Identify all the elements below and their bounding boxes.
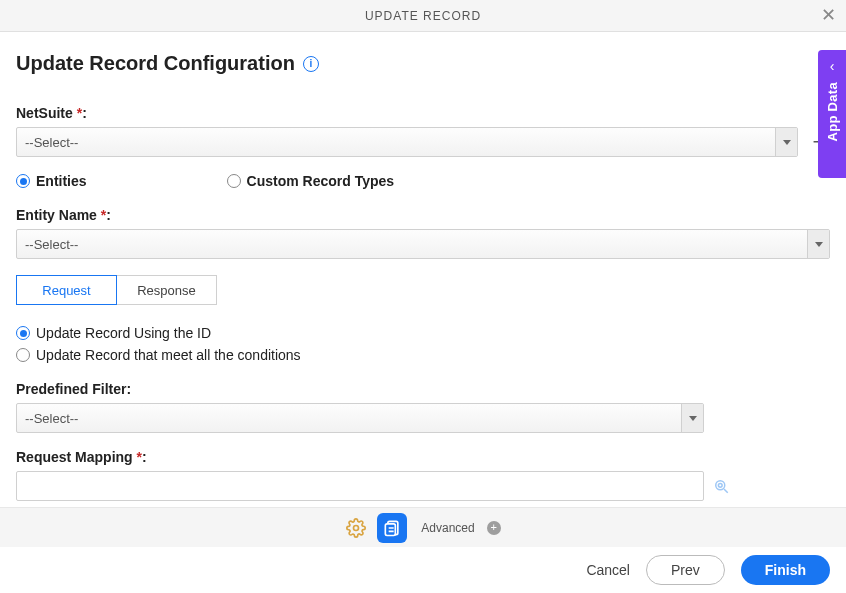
- radio-update-by-id[interactable]: Update Record Using the ID: [16, 325, 830, 341]
- chevron-down-icon: [807, 230, 829, 258]
- finish-button[interactable]: Finish: [741, 555, 830, 585]
- entity-name-row: --Select--: [16, 229, 830, 259]
- page-title-row: Update Record Configuration i: [16, 52, 830, 75]
- cancel-button[interactable]: Cancel: [586, 562, 630, 578]
- page-title: Update Record Configuration: [16, 52, 295, 75]
- update-mode-radios: Update Record Using the ID Update Record…: [16, 325, 830, 363]
- preview-icon[interactable]: [712, 477, 730, 495]
- footer-toolbar: Advanced +: [0, 507, 846, 547]
- radio-icon: [16, 174, 30, 188]
- radio-icon: [16, 348, 30, 362]
- chevron-down-icon: [775, 128, 797, 156]
- tab-response[interactable]: Response: [116, 275, 217, 305]
- info-icon[interactable]: i: [303, 56, 319, 72]
- radio-update-by-conditions[interactable]: Update Record that meet all the conditio…: [16, 347, 830, 363]
- netsuite-select[interactable]: --Select--: [16, 127, 798, 157]
- predefined-filter-value: --Select--: [17, 411, 681, 426]
- chevron-left-icon: ‹: [830, 58, 835, 74]
- svg-point-0: [716, 481, 725, 490]
- entity-name-select[interactable]: --Select--: [16, 229, 830, 259]
- dialog-footer: Advanced + Cancel Prev Finish: [0, 507, 846, 593]
- radio-custom-types[interactable]: Custom Record Types: [227, 173, 395, 189]
- entity-name-select-value: --Select--: [17, 237, 807, 252]
- predefined-filter-row: --Select--: [16, 403, 830, 433]
- svg-point-2: [718, 483, 722, 487]
- prev-button[interactable]: Prev: [646, 555, 725, 585]
- advanced-label: Advanced: [421, 521, 474, 535]
- netsuite-row: --Select-- +: [16, 127, 830, 157]
- app-data-panel-toggle[interactable]: ‹ App Data: [818, 50, 846, 178]
- dialog-title: UPDATE RECORD: [365, 9, 481, 23]
- radio-icon: [16, 326, 30, 340]
- svg-line-1: [724, 489, 728, 493]
- dialog-content: Update Record Configuration i NetSuite *…: [0, 32, 846, 501]
- add-advanced-icon[interactable]: +: [487, 521, 501, 535]
- app-data-label: App Data: [825, 82, 840, 141]
- chevron-down-icon: [681, 404, 703, 432]
- footer-buttons: Cancel Prev Finish: [0, 547, 846, 593]
- request-mapping-input[interactable]: [16, 471, 704, 501]
- clipboard-icon[interactable]: [377, 513, 407, 543]
- netsuite-select-value: --Select--: [17, 135, 775, 150]
- svg-rect-5: [386, 523, 396, 535]
- entity-name-label: Entity Name *:: [16, 207, 830, 223]
- record-type-radios: Entities Custom Record Types: [16, 173, 830, 189]
- gear-icon[interactable]: [345, 517, 367, 539]
- svg-point-3: [354, 525, 359, 530]
- radio-custom-label: Custom Record Types: [247, 173, 395, 189]
- radio-update-by-conditions-label: Update Record that meet all the conditio…: [36, 347, 301, 363]
- tab-request[interactable]: Request: [16, 275, 117, 305]
- req-resp-tabs: Request Response: [16, 275, 830, 305]
- predefined-filter-label: Predefined Filter:: [16, 381, 830, 397]
- request-mapping-row: [16, 471, 830, 501]
- radio-entities[interactable]: Entities: [16, 173, 87, 189]
- predefined-filter-select[interactable]: --Select--: [16, 403, 704, 433]
- netsuite-label: NetSuite *:: [16, 105, 830, 121]
- request-mapping-label: Request Mapping *:: [16, 449, 830, 465]
- close-icon[interactable]: ✕: [821, 6, 836, 24]
- dialog-header: UPDATE RECORD ✕: [0, 0, 846, 32]
- radio-entities-label: Entities: [36, 173, 87, 189]
- radio-icon: [227, 174, 241, 188]
- radio-update-by-id-label: Update Record Using the ID: [36, 325, 211, 341]
